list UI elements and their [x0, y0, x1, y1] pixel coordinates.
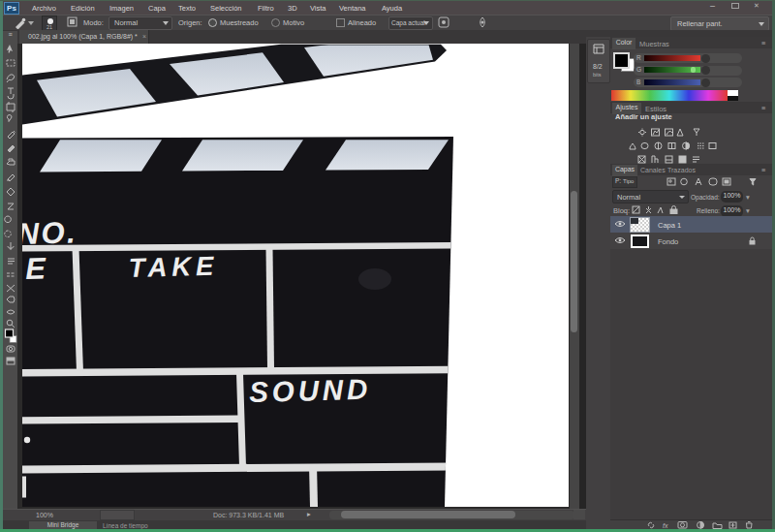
- svg-text:bits: bits: [593, 72, 602, 78]
- svg-text:SOUND: SOUND: [249, 373, 372, 408]
- svg-text:E: E: [25, 251, 47, 286]
- svg-text:fx: fx: [663, 522, 668, 529]
- svg-text:8/2: 8/2: [593, 63, 603, 70]
- svg-text:NO.: NO.: [22, 215, 78, 251]
- svg-text:TAKE: TAKE: [128, 251, 218, 283]
